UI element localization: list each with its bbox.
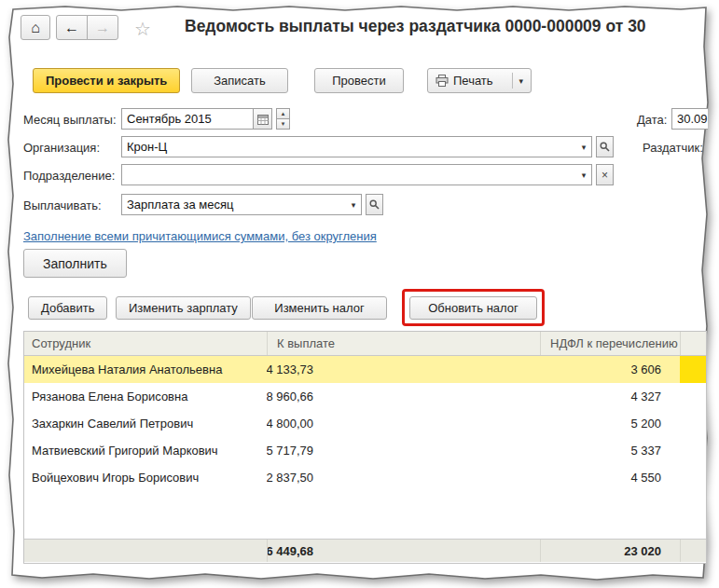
organization-dropdown-icon[interactable]: ▾: [576, 143, 591, 152]
back-button[interactable]: ←: [56, 15, 88, 40]
table-row[interactable]: Михейцева Наталия Анатольевна 24 133,73 …: [24, 356, 706, 383]
document-form: ⌂ ← → ☆ Ведомость выплаты через раздатчи…: [11, 7, 708, 579]
table-header-row: Сотрудник К выплате НДФЛ к перечислению: [24, 332, 706, 356]
cell-tax: 4 327: [540, 383, 680, 410]
cell-payout: 34 800,00: [267, 410, 540, 437]
fill-options-link[interactable]: Заполнение всеми причитающимися суммами,…: [23, 229, 377, 243]
cell-payout: 35 717,79: [267, 437, 540, 464]
organization-input[interactable]: ▾: [121, 136, 592, 157]
month-stepper: ▴ ▾: [276, 108, 290, 130]
footer-total-payout: 146 449,68: [267, 540, 540, 562]
footer-spacer: [24, 540, 267, 562]
footer-extra: [680, 540, 706, 562]
table-row[interactable]: Войцехович Игорь Борисович 22 837,50 4 5…: [24, 464, 706, 491]
cell-extra: [680, 464, 706, 491]
department-value[interactable]: [122, 168, 576, 182]
table-row[interactable]: Захаркин Савелий Петрович 34 800,00 5 20…: [24, 410, 706, 437]
magnifier-icon: [369, 199, 380, 210]
cell-current-selection: [680, 356, 706, 383]
edit-salary-button[interactable]: Изменить зарплату: [116, 296, 251, 320]
cell-extra: [680, 383, 706, 410]
print-dropdown-icon[interactable]: ▾: [513, 76, 523, 86]
edit-tax-button[interactable]: Изменить налог: [252, 296, 387, 320]
update-tax-button[interactable]: Обновить налог: [409, 296, 537, 320]
department-input[interactable]: ▾: [121, 164, 592, 185]
organization-value[interactable]: [122, 140, 576, 154]
department-label: Подразделение:: [23, 169, 115, 183]
date-input[interactable]: [671, 108, 708, 130]
distributor-label: Раздатчик:: [643, 141, 703, 155]
month-value[interactable]: [122, 112, 253, 126]
department-dropdown-icon[interactable]: ▾: [576, 171, 591, 180]
magnifier-icon: [600, 142, 610, 152]
fill-button[interactable]: Заполнить: [23, 249, 127, 278]
step-down-button[interactable]: ▾: [276, 118, 290, 130]
cell-employee: Войцехович Игорь Борисович: [24, 464, 267, 491]
arrow-up-icon: ▴: [282, 110, 285, 117]
cell-employee: Захаркин Савелий Петрович: [24, 410, 267, 437]
cell-employee: Михейцева Наталия Анатольевна: [24, 356, 267, 383]
calendar-icon: [257, 114, 269, 125]
app-window: ⌂ ← → ☆ Ведомость выплаты через раздатчи…: [0, 0, 719, 588]
cell-payout: 22 837,50: [267, 464, 540, 491]
payout-type-value[interactable]: [122, 198, 346, 212]
calendar-picker-button[interactable]: [253, 109, 271, 129]
post-and-close-button[interactable]: Провести и закрыть: [33, 68, 180, 93]
forward-button[interactable]: →: [87, 15, 118, 40]
cell-tax: 3 606: [540, 356, 680, 383]
payout-type-open-button[interactable]: [366, 194, 383, 215]
cell-extra: [680, 437, 706, 464]
favorites-star-icon[interactable]: ☆: [134, 18, 151, 40]
organization-open-button[interactable]: [596, 136, 614, 157]
department-clear-button[interactable]: ×: [596, 164, 614, 185]
payout-type-input[interactable]: ▾: [121, 194, 362, 215]
table-row[interactable]: Матвиевский Григорий Маркович 35 717,79 …: [24, 437, 706, 464]
payout-type-label: Выплачивать:: [23, 198, 102, 212]
add-button[interactable]: Добавить: [28, 296, 107, 320]
organization-label: Организация:: [23, 141, 100, 155]
home-icon: ⌂: [31, 20, 40, 36]
page-title: Ведомость выплаты через раздатчика 0000-…: [185, 17, 706, 36]
cell-tax: 5 200: [540, 410, 680, 437]
column-header-payout[interactable]: К выплате: [267, 332, 540, 355]
footer-total-tax: 23 020: [540, 540, 680, 562]
cell-payout: 28 960,66: [267, 383, 540, 410]
cell-extra: [680, 410, 706, 437]
cell-tax: 5 337: [540, 437, 680, 464]
date-value[interactable]: [672, 112, 708, 126]
forward-arrow-icon: →: [95, 20, 110, 36]
column-header-tax[interactable]: НДФЛ к перечислению: [540, 332, 680, 355]
month-label: Месяц выплаты:: [23, 113, 117, 127]
arrow-down-icon: ▾: [282, 120, 285, 128]
column-header-extra: [680, 332, 706, 355]
print-button[interactable]: Печать ▾: [427, 68, 532, 93]
payroll-table: Сотрудник К выплате НДФЛ к перечислению …: [23, 331, 707, 564]
write-button[interactable]: Записать: [191, 68, 288, 93]
cell-tax: 4 550: [540, 464, 680, 491]
date-label: Дата:: [637, 113, 667, 127]
printer-icon: [436, 75, 449, 87]
clear-icon: ×: [601, 169, 608, 182]
column-header-employee[interactable]: Сотрудник: [24, 332, 267, 355]
back-arrow-icon: ←: [64, 20, 79, 36]
table-row[interactable]: Рязанова Елена Борисовна 28 960,66 4 327: [24, 383, 706, 410]
cell-employee: Рязанова Елена Борисовна: [24, 383, 267, 410]
post-button[interactable]: Провести: [314, 68, 404, 93]
cell-employee: Матвиевский Григорий Маркович: [24, 437, 267, 464]
home-button[interactable]: ⌂: [21, 15, 50, 40]
table-footer-row: 146 449,68 23 020: [24, 539, 706, 562]
table-body: Михейцева Наталия Анатольевна 24 133,73 …: [24, 356, 706, 539]
payout-type-dropdown-icon[interactable]: ▾: [346, 200, 361, 210]
print-label: Печать: [453, 74, 493, 88]
month-input[interactable]: [121, 108, 272, 130]
cell-payout: 24 133,73: [267, 356, 540, 383]
